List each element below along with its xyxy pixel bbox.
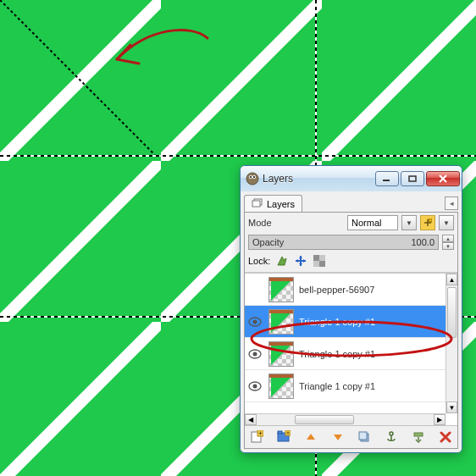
svg-point-29 [253, 319, 257, 324]
layer-name[interactable]: bell-pepper-56907 [299, 285, 444, 295]
layer-row[interactable]: bell-pepper-56907 [245, 274, 446, 306]
new-layer-group-button[interactable] [275, 429, 292, 446]
svg-marker-41 [271, 377, 291, 397]
svg-rect-46 [278, 431, 282, 434]
scroll-right-icon[interactable]: ▶ [434, 414, 446, 425]
opacity-spinner[interactable]: ▲ ▼ [442, 235, 454, 250]
opacity-label: Opacity [252, 237, 284, 247]
svg-point-39 [253, 384, 257, 388]
spin-up-icon[interactable]: ▲ [442, 235, 454, 242]
tab-layers[interactable]: Layers [244, 195, 302, 212]
lock-position-icon[interactable] [294, 254, 307, 268]
opacity-slider[interactable]: Opacity 100.0 [248, 235, 439, 250]
svg-rect-9 [0, 155, 476, 157]
layers-stack-icon [252, 198, 263, 210]
extra-menu-button[interactable]: ▼ [439, 215, 454, 230]
svg-marker-36 [271, 345, 291, 365]
visibility-toggle[interactable] [246, 349, 263, 359]
svg-point-34 [253, 351, 257, 356]
mode-label: Mode [248, 218, 344, 228]
scroll-left-icon[interactable]: ◀ [245, 414, 257, 425]
delete-layer-button[interactable] [437, 429, 454, 446]
svg-rect-18 [409, 176, 416, 181]
lower-layer-button[interactable] [329, 429, 346, 446]
svg-rect-42 [269, 374, 294, 378]
lock-label: Lock: [248, 256, 270, 266]
vertical-scrollbar[interactable]: ▲ ▼ [446, 274, 457, 413]
window-title: Layers [263, 173, 374, 185]
horizontal-scrollbar[interactable]: ◀ ▶ [245, 413, 446, 425]
layer-thumbnail [268, 277, 294, 302]
svg-rect-37 [269, 342, 294, 346]
layer-list: bell-pepper-56907Triangle 1 copy #1Trian… [245, 273, 457, 425]
layer-name[interactable]: Triangle 1 copy #1 [299, 317, 444, 327]
svg-rect-23 [313, 255, 319, 261]
lock-alpha-icon[interactable] [313, 254, 326, 268]
layer-row[interactable]: Triangle 1 copy #1 [245, 370, 446, 402]
svg-rect-51 [414, 433, 423, 436]
minimize-button[interactable] [375, 171, 399, 186]
layers-dialog: Layers Layers ◂ Mode ▼ ▼ [240, 165, 462, 453]
merge-down-button[interactable] [410, 429, 427, 446]
layer-actions-toolbar [245, 425, 457, 448]
visibility-toggle[interactable] [246, 317, 263, 327]
blend-mode-select[interactable] [347, 215, 398, 230]
svg-rect-24 [319, 261, 325, 267]
anchor-layer-button[interactable] [383, 429, 400, 446]
svg-rect-32 [269, 310, 294, 313]
scroll-down-icon[interactable]: ▼ [446, 401, 457, 413]
layer-row[interactable]: Triangle 1 copy #1 [245, 306, 446, 338]
tab-label: Layers [267, 199, 295, 209]
app-icon [246, 172, 259, 185]
new-layer-button[interactable] [248, 429, 265, 446]
layer-name[interactable]: Triangle 1 copy #1 [299, 381, 444, 391]
scroll-up-icon[interactable]: ▲ [446, 274, 457, 285]
svg-marker-26 [271, 280, 291, 301]
lock-pixels-icon[interactable] [275, 254, 289, 268]
close-button[interactable] [426, 171, 460, 186]
raise-layer-button[interactable] [302, 429, 319, 446]
svg-rect-17 [383, 180, 390, 181]
spin-down-icon[interactable]: ▼ [442, 242, 454, 250]
layer-thumbnail [268, 309, 294, 335]
maximize-button[interactable] [401, 171, 424, 186]
duplicate-layer-button[interactable] [356, 429, 373, 446]
svg-rect-20 [252, 201, 260, 207]
svg-rect-49 [359, 432, 367, 440]
svg-point-15 [250, 176, 252, 178]
tab-menu-button[interactable]: ◂ [445, 196, 458, 210]
title-bar[interactable]: Layers [241, 166, 462, 191]
svg-marker-31 [271, 313, 291, 333]
svg-point-50 [390, 432, 393, 435]
opacity-value: 100.0 [411, 237, 434, 247]
svg-point-16 [253, 176, 255, 178]
svg-rect-21 [429, 219, 432, 222]
svg-point-12 [246, 173, 258, 185]
layer-row[interactable]: Triangle 1 copy #1 [245, 338, 446, 370]
layer-thumbnail [268, 374, 294, 399]
layer-thumbnail [268, 341, 294, 367]
svg-rect-27 [269, 278, 294, 281]
visibility-toggle[interactable] [246, 381, 263, 391]
layer-options-button[interactable] [420, 215, 435, 230]
mode-dropdown-button[interactable]: ▼ [401, 215, 417, 230]
layer-name[interactable]: Triangle 1 copy #1 [299, 349, 444, 359]
